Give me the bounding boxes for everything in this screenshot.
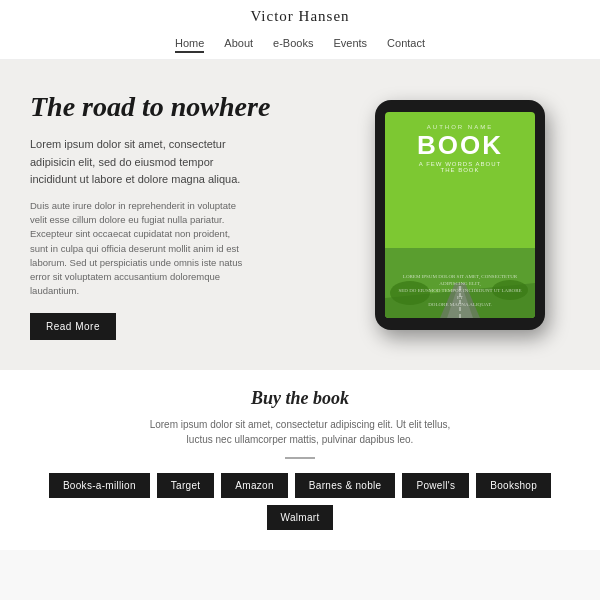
tablet-container: AUTHOR NAME BOOK A FEW WORDS ABOUTTHE BO… [350, 100, 570, 330]
store-button-powell-s[interactable]: Powell's [402, 473, 469, 498]
store-button-books-a-million[interactable]: Books-a-million [49, 473, 150, 498]
tablet-device: AUTHOR NAME BOOK A FEW WORDS ABOUTTHE BO… [375, 100, 545, 330]
read-more-button[interactable]: Read More [30, 313, 116, 340]
hero-body: Duis aute irure dolor in reprehenderit i… [30, 199, 250, 299]
store-buttons-container: Books-a-millionTargetAmazonBarnes & nobl… [20, 473, 580, 530]
store-button-barnes---noble[interactable]: Barnes & noble [295, 473, 396, 498]
nav-item-e-books[interactable]: e-Books [273, 37, 313, 53]
header: Victor Hansen HomeAboute-BooksEventsCont… [0, 0, 600, 60]
book-top-text: AUTHOR NAME BOOK A FEW WORDS ABOUTTHE BO… [417, 124, 503, 173]
nav-item-home[interactable]: Home [175, 37, 204, 53]
store-button-target[interactable]: Target [157, 473, 215, 498]
buy-description: Lorem ipsum dolor sit amet, consectetur … [20, 417, 580, 447]
hero-text-block: The road to nowhere Lorem ipsum dolor si… [30, 90, 350, 339]
book-title-large: BOOK [417, 132, 503, 158]
hero-section: The road to nowhere Lorem ipsum dolor si… [0, 60, 600, 370]
buy-section: Buy the book Lorem ipsum dolor sit amet,… [0, 370, 600, 550]
site-title: Victor Hansen [0, 8, 600, 25]
hero-title: The road to nowhere [30, 90, 330, 124]
store-button-amazon[interactable]: Amazon [221, 473, 288, 498]
hero-subtitle: Lorem ipsum dolor sit amet, consectetur … [30, 136, 250, 189]
store-button-walmart[interactable]: Walmart [267, 505, 334, 530]
book-subtitle: A FEW WORDS ABOUTTHE BOOK [417, 161, 503, 173]
nav-item-contact[interactable]: Contact [387, 37, 425, 53]
nav-item-about[interactable]: About [224, 37, 253, 53]
main-nav: HomeAboute-BooksEventsContact [0, 31, 600, 59]
book-bottom-text: LOREM IPSUM DOLOR SIT AMET, CONSECTETUR … [395, 273, 525, 308]
section-divider [285, 457, 315, 459]
nav-item-events[interactable]: Events [333, 37, 367, 53]
store-button-bookshop[interactable]: Bookshop [476, 473, 551, 498]
tablet-screen: AUTHOR NAME BOOK A FEW WORDS ABOUTTHE BO… [385, 112, 535, 318]
buy-title: Buy the book [20, 388, 580, 409]
